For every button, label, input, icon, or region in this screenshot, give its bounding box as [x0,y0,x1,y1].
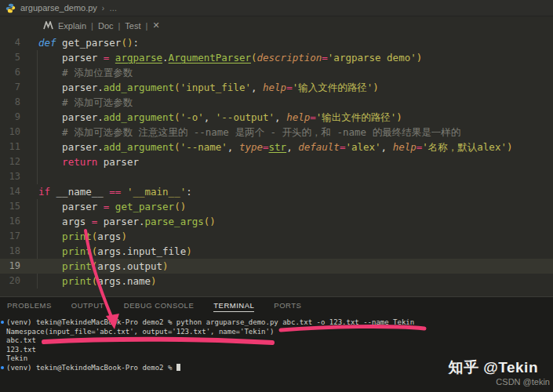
line-number: 15 [0,199,20,214]
code-text: # 添加可选参数 注意这里的 --name 是两个 - 开头的，和 -name … [38,125,460,140]
terminal-text: (venv) tekin@TekindeMacBook-Pro demo2 % … [6,318,414,326]
terminal-text: (venv) tekin@TekindeMacBook-Pro demo2 % [6,364,176,372]
line-number: 17 [0,229,20,244]
code-line[interactable]: 15 parser = get_parser() [0,199,553,214]
codelens-separator: | [146,21,148,31]
terminal-line: 123.txt [6,346,553,355]
terminal-text: abc.txt [6,336,36,344]
line-number: 18 [0,244,20,259]
codelens-explain-button[interactable]: Explain [58,21,86,31]
breadcrumb: arguparse_demo.py › … [0,0,553,16]
code-editor[interactable]: Explain|Doc|Test|✕ 4def get_parser():5 p… [0,16,553,296]
terminal-text: 123.txt [6,346,36,354]
line-number: 6 [0,65,20,80]
line-number: 10 [0,125,20,140]
codelens-separator: | [118,21,121,31]
breadcrumb-chevron-icon: › [102,4,104,13]
code-line[interactable]: 19 print(args.output) [0,259,553,274]
code-line[interactable]: 5 parser = argparse.ArgumentParser(descr… [0,50,553,65]
panel-tab-terminal[interactable]: TERMINAL [213,301,254,312]
code-line[interactable]: 8 # 添加可选参数 [0,95,553,110]
panel-tab-output[interactable]: OUTPUT [71,301,104,312]
codelens-actions: Explain|Doc|Test|✕ [43,20,160,31]
line-number: 7 [0,80,20,95]
line-number: 14 [0,184,20,199]
code-text: # 添加位置参数 [38,65,133,80]
breadcrumb-filename[interactable]: arguparse_demo.py [20,3,97,13]
codelens-close-icon[interactable]: ✕ [152,20,159,31]
panel-tab-problems[interactable]: PROBLEMS [7,301,52,312]
line-number: 11 [0,140,20,154]
code-line[interactable]: 4def get_parser(): [0,35,553,50]
codelens-doc-button[interactable]: Doc [98,21,114,31]
line-number: 12 [0,154,20,169]
watermark-csdn: CSDN @tekin [448,377,550,387]
panel-tab-ports[interactable]: PORTS [274,301,301,312]
code-line[interactable]: 7 parser.add_argument('input_file', help… [0,80,553,95]
panel-tabs: PROBLEMSOUTPUTDEBUG CONSOLETERMINALPORTS [0,297,553,316]
code-text: print(args.input_file) [38,244,192,259]
line-number: 5 [0,50,20,65]
code-text: if __name__ == '__main__': [38,184,192,199]
line-number: 8 [0,95,20,110]
code-text: args = parser.parse_args() [38,214,216,229]
line-number: 20 [0,274,20,289]
code-text: parser = argparse.ArgumentParser(descrip… [38,50,422,65]
panel-tab-debug-console[interactable]: DEBUG CONSOLE [124,301,194,312]
codelens-separator: | [91,21,93,31]
command-decoration-icon[interactable] [1,366,4,369]
code-text: # 添加可选参数 [38,95,133,110]
code-line[interactable]: 13 [0,169,553,184]
terminal-cursor [176,364,180,371]
code-line[interactable]: 10 # 添加可选参数 注意这里的 --name 是两个 - 开头的，和 -na… [0,125,553,140]
code-text: def get_parser(): [38,35,139,50]
line-number: 19 [0,259,20,274]
code-lines: 4def get_parser():5 parser = argparse.Ar… [0,35,553,289]
code-line[interactable]: 6 # 添加位置参数 [0,65,553,80]
code-line[interactable]: 18 print(args.input_file) [0,244,553,259]
line-number: 4 [0,35,20,50]
terminal-line: Namespace(input_file='abc.txt', output='… [6,328,553,337]
watermark-zhihu: 知乎 @Tekin [448,358,550,378]
code-line[interactable]: 9 parser.add_argument('-o', '--output', … [0,110,553,125]
code-line[interactable]: 11 parser.add_argument('--name', type=st… [0,140,553,154]
python-file-icon [5,3,16,13]
line-number: 16 [0,214,20,229]
code-line[interactable]: 16 args = parser.parse_args() [0,214,553,229]
codelens-test-button[interactable]: Test [125,21,140,31]
code-line[interactable]: 17 print(args) [0,229,553,244]
code-text: parser.add_argument('-o', '--output', he… [38,110,402,125]
terminal-line: (venv) tekin@TekindeMacBook-Pro demo2 % … [6,318,553,328]
code-line[interactable]: 12 return parser [0,154,553,169]
watermark: 知乎 @Tekin CSDN @tekin [448,358,550,387]
line-number: 13 [0,169,20,184]
ai-assistant-icon [43,21,53,30]
code-text: return parser [38,154,139,169]
code-text: print(args.name) [38,274,157,289]
terminal-line: abc.txt [6,336,553,346]
code-text: parser = get_parser() [38,199,186,214]
line-number: 9 [0,110,20,125]
code-text: parser.add_argument('--name', type=str, … [38,140,512,154]
code-line[interactable]: 20 print(args.name) [0,274,553,289]
breadcrumb-ellipsis[interactable]: … [109,4,117,13]
code-text: print(args) [38,229,127,244]
command-decoration-icon[interactable] [1,321,4,324]
code-line[interactable]: 14if __name__ == '__main__': [0,184,553,199]
code-text: parser.add_argument('input_file', help='… [38,80,379,95]
terminal-text: Tekin [6,354,27,362]
code-text: print(args.output) [38,259,169,274]
terminal-text: Namespace(input_file='abc.txt', output='… [6,328,274,336]
